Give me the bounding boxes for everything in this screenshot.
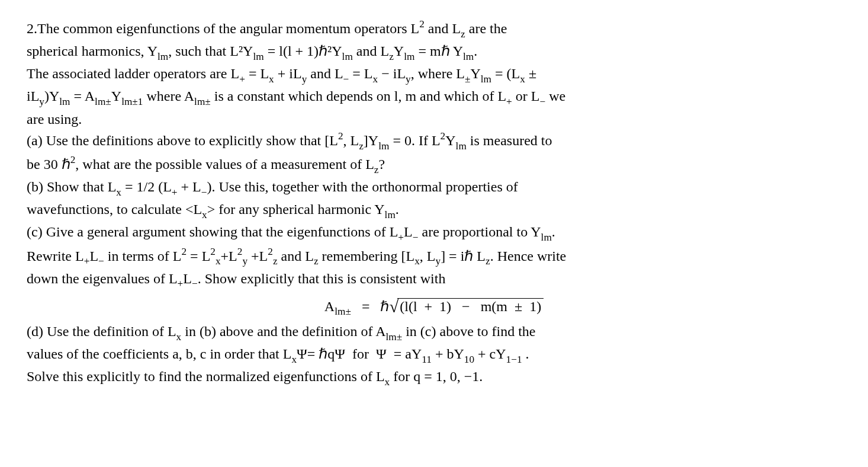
intro-text-2a: spherical harmonics, Y <box>27 43 157 59</box>
part-b-line-1: (b) Show that Lx = 1/2 (L+ + L−). Use th… <box>27 177 841 199</box>
part-c-text-3: down the eigenvalues of L+L−. Show expli… <box>27 271 445 286</box>
part-c-text-2: Rewrite L+L− in terms of L2 = L2x+L2y +L… <box>27 248 566 264</box>
intro-text-2g: . <box>474 43 477 59</box>
part-b-line-2: wavefunctions, to calculate <Lx> for any… <box>27 200 841 221</box>
formula-alm: Alm± = ℏ√(l(l + 1) − m(m ± 1) <box>27 294 841 318</box>
intro-text-1: The common eigenfunctions of the angular… <box>37 21 507 36</box>
part-c-text-1: (c) Give a general argument showing that… <box>27 224 555 239</box>
sub-lm-1: lm <box>157 51 168 62</box>
intro-text-2c: = l(l + 1)ℏ²Y <box>264 43 342 59</box>
intro-text-2e: Y <box>394 43 404 59</box>
intro-text-2d: and L <box>353 43 389 59</box>
sub-lm-2: lm <box>253 51 263 62</box>
problem-number: 2. <box>27 21 37 36</box>
ladder-text-2: iLy)Ylm = Alm±Ylm±1 where Alm± is a cons… <box>27 88 565 104</box>
intro-line-1: 2.The common eigenfunctions of the angul… <box>27 18 841 40</box>
part-d-text-1: (d) Use the definition of Lx in (b) abov… <box>27 324 535 339</box>
part-a-text-1: (a) Use the definitions above to explici… <box>27 133 552 148</box>
sub-lm-3: lm <box>342 51 353 62</box>
part-d-line-2: values of the coefficients a, b, c in or… <box>27 344 841 366</box>
ladder-line-3: are using. <box>27 110 841 129</box>
part-d-text-3: Solve this explicitly to find the normal… <box>27 369 483 384</box>
intro-line-2: spherical harmonics, Ylm, such that L²Yl… <box>27 41 841 63</box>
part-d-text-2: values of the coefficients a, b, c in or… <box>27 346 529 362</box>
formula-radicand: (l(l + 1) − m(m ± 1) <box>397 298 544 314</box>
ladder-text-3: are using. <box>27 111 82 127</box>
physics-problem: 2.The common eigenfunctions of the angul… <box>27 18 841 388</box>
intro-text-2f: = mℏ Y <box>414 43 463 59</box>
part-a-text-2: be 30 ℏ2, what are the possible values o… <box>27 156 385 172</box>
part-a-line-2: be 30 ℏ2, what are the possible values o… <box>27 153 841 176</box>
part-c-line-1: (c) Give a general argument showing that… <box>27 222 841 244</box>
part-d-line-3: Solve this explicitly to find the normal… <box>27 367 841 388</box>
part-c-line-3: down the eigenvalues of L+L−. Show expli… <box>27 269 841 290</box>
sub-lm-5: lm <box>463 51 474 62</box>
ladder-line-2: iLy)Ylm = Alm±Ylm±1 where Alm± is a cons… <box>27 87 841 108</box>
part-d-line-1: (d) Use the definition of Lx in (b) abov… <box>27 322 841 343</box>
part-b-text-1: (b) Show that Lx = 1/2 (L+ + L−). Use th… <box>27 179 518 194</box>
formula-lhs: Alm± = ℏ <box>324 299 390 314</box>
ladder-line-1: The associated ladder operators are L+ =… <box>27 64 841 85</box>
square-root-icon: √(l(l + 1) − m(m ± 1) <box>389 294 544 317</box>
ladder-text-1: The associated ladder operators are L+ =… <box>27 66 536 81</box>
part-a-line-1: (a) Use the definitions above to explici… <box>27 130 841 152</box>
sub-lm-4: lm <box>404 51 414 62</box>
intro-text-2b: , such that L²Y <box>168 43 253 59</box>
part-c-line-2: Rewrite L+L− in terms of L2 = L2x+L2y +L… <box>27 245 841 268</box>
sub-z: z <box>389 51 394 62</box>
part-b-text-2: wavefunctions, to calculate <Lx> for any… <box>27 201 399 217</box>
